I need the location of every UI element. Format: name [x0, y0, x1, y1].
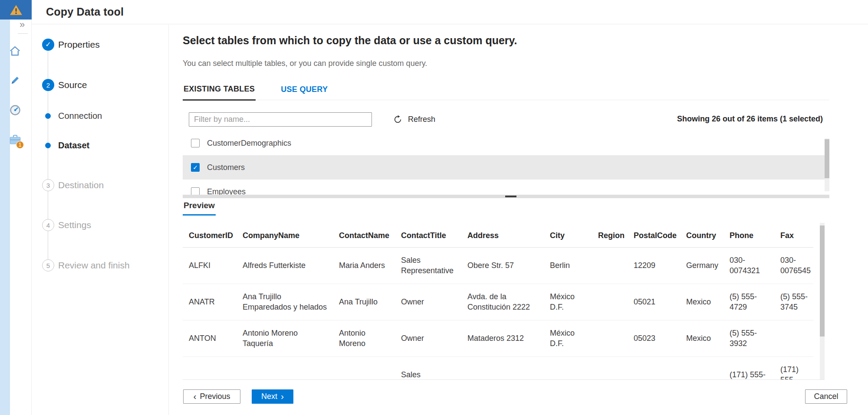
cell: Berlin: [544, 247, 592, 284]
column-header: ContactTitle: [395, 224, 461, 247]
cell: [237, 356, 333, 379]
cell: (171) 555-: [723, 356, 774, 379]
checkbox-unchecked[interactable]: [191, 187, 200, 195]
app-logo-tile[interactable]: [0, 0, 32, 20]
preview-table: CustomerID CompanyName ContactName Conta…: [183, 224, 813, 379]
step-label: Source: [58, 80, 87, 90]
cell: Owner: [395, 284, 461, 320]
table-list-item-customerdemographics[interactable]: CustomerDemographics: [183, 131, 825, 155]
items-summary: Showing 26 out of 26 items (1 selected): [677, 114, 823, 124]
cell: 030-0076545: [774, 247, 813, 284]
cell: Ana Trujillo: [333, 284, 395, 320]
preview-table-scrollbar[interactable]: [820, 223, 825, 379]
column-header: Address: [461, 224, 544, 247]
cell: Ana Trujillo Emparedados y helados: [237, 284, 333, 320]
step-destination[interactable]: 3 Destination: [42, 179, 104, 191]
pencil-icon: [10, 75, 20, 86]
step-connection[interactable]: Connection: [45, 113, 102, 119]
previous-button[interactable]: ‹ Previous: [183, 389, 240, 404]
tab-existing-tables[interactable]: EXISTING TABLES: [183, 85, 256, 101]
step-properties[interactable]: ✓ Properties: [42, 39, 100, 51]
splitter-grip-icon[interactable]: [505, 196, 516, 197]
upcoming-step-circle: 5: [42, 259, 54, 271]
step-dataset[interactable]: Dataset: [45, 142, 89, 148]
step-label: Review and finish: [58, 260, 130, 271]
gauge-icon: [9, 104, 21, 116]
cell: [592, 247, 628, 284]
cell: ANATR: [183, 284, 237, 320]
cell: Sales Representative: [395, 247, 461, 284]
column-header: Region: [592, 224, 628, 247]
step-label: Destination: [58, 180, 104, 190]
refresh-icon: [393, 115, 402, 124]
previous-label: Previous: [200, 392, 230, 401]
check-icon: ✓: [45, 41, 51, 48]
table-list: CustomerDemographics ✓ Customers Employe…: [183, 131, 825, 195]
step-source[interactable]: 2 Source: [42, 79, 87, 91]
copy-data-tool-window: » 1: [0, 0, 868, 415]
cell: Maria Anders: [333, 247, 395, 284]
column-header: ContactName: [333, 224, 395, 247]
cell: 12209: [628, 247, 680, 284]
step-connector-line: [48, 45, 48, 265]
expand-nav-button[interactable]: »: [17, 19, 27, 30]
table-list-item-employees[interactable]: Employees: [183, 180, 825, 195]
tab-use-query[interactable]: USE QUERY: [280, 85, 329, 100]
chevron-right-icon: ›: [281, 392, 284, 401]
cell: México D.F.: [544, 284, 592, 320]
chevron-left-icon: ‹: [193, 392, 196, 401]
checkbox-checked[interactable]: ✓: [191, 163, 200, 172]
cell: [333, 356, 395, 379]
scrollbar-thumb[interactable]: [820, 225, 825, 337]
column-header: Country: [680, 224, 723, 247]
cell: Avda. de la Constitución 2222: [461, 284, 544, 320]
cancel-label: Cancel: [814, 392, 838, 401]
cell: Obere Str. 57: [461, 247, 544, 284]
preview-header-row: CustomerID CompanyName ContactName Conta…: [183, 224, 813, 247]
preview-row: ANATR Ana Trujillo Emparedados y helados…: [183, 284, 813, 320]
substep-dot: [45, 143, 51, 148]
step-review-and-finish[interactable]: 5 Review and finish: [42, 259, 130, 271]
author-nav-button[interactable]: [9, 74, 21, 87]
content-heading: Select tables from which to copy the dat…: [183, 34, 517, 47]
tab-preview[interactable]: Preview: [183, 201, 216, 216]
home-icon: [9, 46, 21, 56]
cell: Antonio Moreno: [333, 320, 395, 356]
column-header: Fax: [774, 224, 813, 247]
panel-splitter[interactable]: [183, 195, 829, 198]
cell: ALFKI: [183, 247, 237, 284]
preview-row-partial: Sales (171) 555- (171) 555-: [183, 356, 813, 379]
cell: [592, 320, 628, 356]
cell: Owner: [395, 320, 461, 356]
home-nav-button[interactable]: [9, 45, 21, 57]
refresh-button[interactable]: Refresh: [393, 112, 435, 127]
cell: Sales: [395, 356, 461, 379]
cell: (5) 555-3932: [723, 320, 774, 356]
page-title: Copy Data tool: [46, 6, 124, 18]
upcoming-step-circle: 4: [42, 219, 54, 231]
check-icon: ✓: [193, 164, 198, 171]
cell: 030-0074321: [723, 247, 774, 284]
left-nav-rail: » 1: [0, 0, 32, 415]
cancel-button[interactable]: Cancel: [805, 389, 847, 404]
cell: (5) 555-3745: [774, 284, 813, 320]
next-button[interactable]: Next ›: [252, 389, 293, 404]
table-name: Employees: [207, 187, 246, 195]
column-header: CompanyName: [237, 224, 333, 247]
preview-row: ALFKI Alfreds Futterkiste Maria Anders S…: [183, 247, 813, 284]
checkbox-unchecked[interactable]: [191, 139, 200, 147]
app-header: Copy Data tool: [32, 0, 868, 24]
table-list-scrollbar[interactable]: [825, 138, 829, 191]
cell: 05023: [628, 320, 680, 356]
column-header: CustomerID: [183, 224, 237, 247]
monitor-nav-button[interactable]: [9, 104, 21, 116]
step-settings[interactable]: 4 Settings: [42, 219, 91, 231]
cell: [544, 356, 592, 379]
table-list-item-customers[interactable]: ✓ Customers: [183, 155, 825, 180]
manage-nav-button[interactable]: 1: [9, 133, 21, 146]
cell: (171) 555-: [774, 356, 813, 379]
cell: 05021: [628, 284, 680, 320]
scrollbar-thumb[interactable]: [825, 139, 829, 178]
cell: Mataderos 2312: [461, 320, 544, 356]
filter-input[interactable]: [189, 112, 372, 127]
